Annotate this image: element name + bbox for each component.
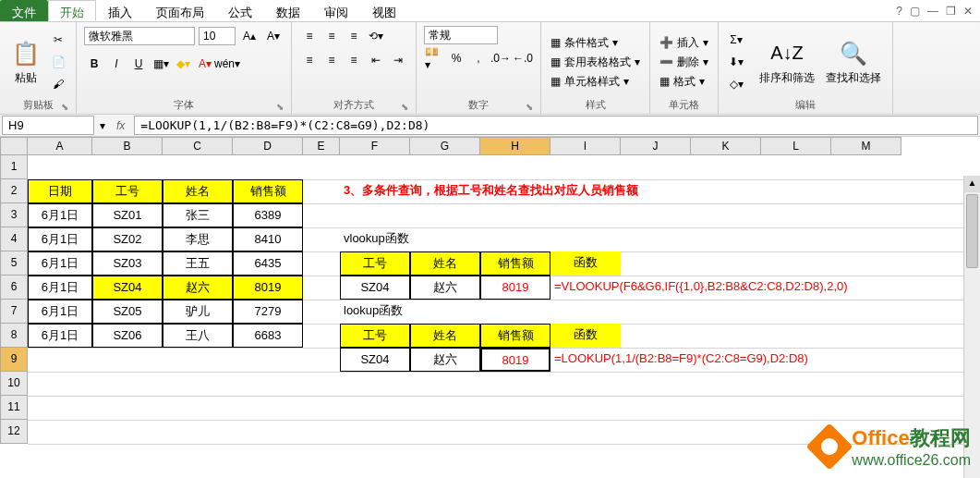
cell-d8[interactable]: 6683 bbox=[233, 324, 303, 348]
tab-review[interactable]: 审阅 bbox=[312, 0, 360, 21]
cut-button[interactable]: ✂ bbox=[48, 30, 68, 50]
formula-input[interactable] bbox=[134, 116, 978, 135]
cell-g6[interactable]: 赵六 bbox=[410, 276, 480, 300]
cell-b3[interactable]: SZ01 bbox=[92, 203, 163, 227]
col-header-d[interactable]: D bbox=[233, 137, 303, 155]
cell-d4[interactable]: 8410 bbox=[233, 227, 303, 251]
name-box[interactable] bbox=[2, 116, 94, 135]
italic-button[interactable]: I bbox=[106, 54, 127, 74]
cell-i8[interactable]: 函数 bbox=[550, 324, 621, 348]
indent-decrease-icon[interactable]: ⇤ bbox=[366, 50, 386, 70]
cell-styles-button[interactable]: ▦单元格样式 ▾ bbox=[549, 73, 642, 91]
cell-h6[interactable]: 8019 bbox=[480, 276, 550, 300]
cells-container[interactable]: 日期 工号 姓名 销售额 6月1日 SZ01 张三 6389 6月1日 SZ02… bbox=[28, 155, 980, 444]
increase-decimal-icon[interactable]: .0→ bbox=[490, 48, 511, 68]
col-header-b[interactable]: B bbox=[92, 137, 163, 155]
font-size-select[interactable] bbox=[199, 27, 236, 45]
align-left-icon[interactable]: ≡ bbox=[299, 50, 320, 70]
col-header-g[interactable]: G bbox=[410, 137, 480, 155]
cell-b2[interactable]: 工号 bbox=[92, 179, 163, 203]
col-header-c[interactable]: C bbox=[163, 137, 233, 155]
col-header-h[interactable]: H bbox=[480, 137, 550, 155]
scroll-up-icon[interactable]: ▲ bbox=[964, 176, 980, 192]
col-header-m[interactable]: M bbox=[831, 137, 901, 155]
decrease-decimal-icon[interactable]: ←.0 bbox=[513, 48, 533, 68]
cell-c7[interactable]: 驴儿 bbox=[163, 300, 233, 324]
fill-color-button[interactable]: ◆▾ bbox=[173, 54, 193, 74]
align-bottom-icon[interactable]: ≡ bbox=[344, 26, 364, 46]
tab-formulas[interactable]: 公式 bbox=[216, 0, 264, 21]
cell-i6[interactable]: =VLOOKUP(F6&G6,IF({1,0},B2:B8&C2:C8,D2:D… bbox=[550, 276, 975, 300]
indent-increase-icon[interactable]: ⇥ bbox=[388, 50, 408, 70]
align-middle-icon[interactable]: ≡ bbox=[321, 26, 342, 46]
orientation-icon[interactable]: ⟲▾ bbox=[366, 26, 386, 46]
cell-g5[interactable]: 姓名 bbox=[410, 251, 480, 276]
cell-i9[interactable]: =LOOKUP(1,1/(B2:B8=F9)*(C2:C8=G9),D2:D8) bbox=[550, 348, 938, 372]
cell-a7[interactable]: 6月1日 bbox=[28, 300, 92, 324]
tab-insert[interactable]: 插入 bbox=[96, 0, 144, 21]
cell-f9[interactable]: SZ04 bbox=[340, 348, 410, 372]
cell-a8[interactable]: 6月1日 bbox=[28, 324, 92, 348]
alignment-launcher-icon[interactable]: ⬊ bbox=[401, 102, 408, 112]
clipboard-launcher-icon[interactable]: ⬊ bbox=[61, 102, 68, 112]
comma-icon[interactable]: , bbox=[468, 48, 489, 68]
row-header-10[interactable]: 10 bbox=[0, 372, 28, 396]
col-header-k[interactable]: K bbox=[691, 137, 761, 155]
cell-f4[interactable]: vlookup函数 bbox=[340, 227, 478, 251]
currency-icon[interactable]: 💴▾ bbox=[424, 48, 444, 68]
cell-b5[interactable]: SZ03 bbox=[92, 251, 163, 276]
row-header-4[interactable]: 4 bbox=[0, 227, 28, 251]
row-header-12[interactable]: 12 bbox=[0, 420, 28, 444]
cell-c4[interactable]: 李思 bbox=[163, 227, 233, 251]
conditional-format-button[interactable]: ▦条件格式 ▾ bbox=[549, 34, 642, 52]
cell-f8[interactable]: 工号 bbox=[340, 324, 410, 348]
cell-a3[interactable]: 6月1日 bbox=[28, 203, 92, 227]
cell-f2[interactable]: 3、多条件查询，根据工号和姓名查找出对应人员销售额 bbox=[340, 179, 802, 203]
cell-d5[interactable]: 6435 bbox=[233, 251, 303, 276]
minimize-icon[interactable]: — bbox=[927, 5, 938, 18]
cell-a2[interactable]: 日期 bbox=[28, 179, 92, 203]
cell-c3[interactable]: 张三 bbox=[163, 203, 233, 227]
delete-cells-button[interactable]: ➖删除 ▾ bbox=[658, 54, 710, 71]
fx-button[interactable]: fx bbox=[109, 119, 132, 132]
row-header-5[interactable]: 5 bbox=[0, 251, 28, 276]
decrease-font-icon[interactable]: A▾ bbox=[263, 26, 284, 46]
bold-button[interactable]: B bbox=[84, 54, 104, 74]
cell-f7[interactable]: lookup函数 bbox=[340, 300, 478, 324]
phonetic-button[interactable]: wén▾ bbox=[217, 54, 237, 74]
tab-home[interactable]: 开始 bbox=[48, 0, 96, 21]
scroll-thumb[interactable] bbox=[966, 194, 978, 268]
row-header-9[interactable]: 9 bbox=[0, 348, 28, 372]
fill-icon[interactable]: ⬇▾ bbox=[726, 52, 746, 72]
col-header-f[interactable]: F bbox=[340, 137, 410, 155]
row-header-1[interactable]: 1 bbox=[0, 155, 28, 179]
cell-b4[interactable]: SZ02 bbox=[92, 227, 163, 251]
name-box-dropdown-icon[interactable]: ▾ bbox=[96, 119, 109, 132]
tab-data[interactable]: 数据 bbox=[264, 0, 312, 21]
cell-f5[interactable]: 工号 bbox=[340, 251, 410, 276]
copy-button[interactable]: 📄 bbox=[48, 52, 68, 72]
number-launcher-icon[interactable]: ⬊ bbox=[526, 102, 533, 112]
cell-a5[interactable]: 6月1日 bbox=[28, 251, 92, 276]
cell-h8[interactable]: 销售额 bbox=[480, 324, 550, 348]
row-header-6[interactable]: 6 bbox=[0, 276, 28, 300]
insert-cells-button[interactable]: ➕插入 ▾ bbox=[658, 34, 710, 52]
row-header-8[interactable]: 8 bbox=[0, 324, 28, 348]
cell-c2[interactable]: 姓名 bbox=[163, 179, 233, 203]
sort-filter-button[interactable]: A↓Z 排序和筛选 bbox=[756, 37, 818, 88]
cell-b6[interactable]: SZ04 bbox=[92, 276, 163, 300]
cell-h5[interactable]: 销售额 bbox=[480, 251, 550, 276]
cell-g9[interactable]: 赵六 bbox=[410, 348, 480, 372]
col-header-a[interactable]: A bbox=[28, 137, 92, 155]
find-select-button[interactable]: 🔍 查找和选择 bbox=[822, 37, 885, 88]
format-painter-button[interactable]: 🖌 bbox=[48, 74, 68, 94]
cell-d7[interactable]: 7279 bbox=[233, 300, 303, 324]
tab-file[interactable]: 文件 bbox=[0, 0, 48, 21]
row-header-11[interactable]: 11 bbox=[0, 396, 28, 420]
number-format-select[interactable] bbox=[424, 26, 498, 44]
cell-b8[interactable]: SZ06 bbox=[92, 324, 163, 348]
cell-h9-selected[interactable]: 8019 bbox=[480, 348, 550, 372]
minimize-ribbon-icon[interactable]: ▢ bbox=[910, 5, 920, 18]
cell-f6[interactable]: SZ04 bbox=[340, 276, 410, 300]
cell-a6[interactable]: 6月1日 bbox=[28, 276, 92, 300]
